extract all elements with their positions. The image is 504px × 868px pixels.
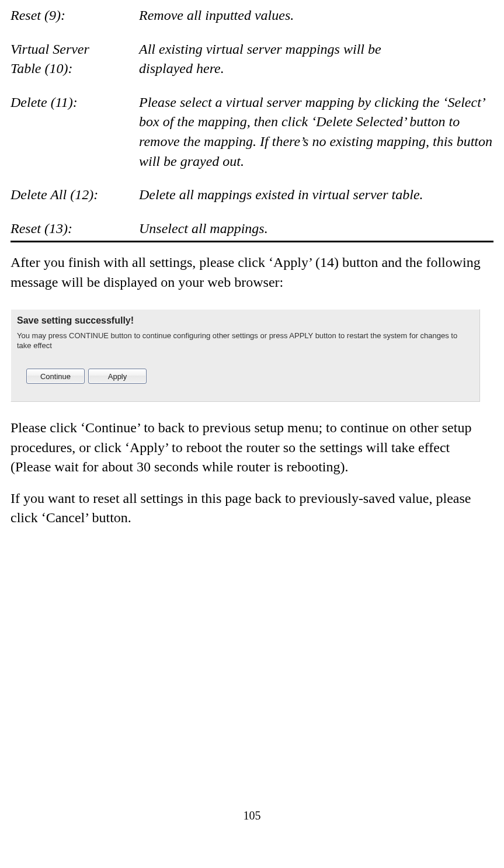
definition-row: Reset (9): Remove all inputted values. (11, 6, 493, 26)
apply-button[interactable]: Apply (88, 369, 147, 384)
desc-delete-11: Please select a virtual server mapping b… (139, 93, 493, 171)
definition-row: Delete (11): Please select a virtual ser… (11, 93, 493, 171)
definition-row: Reset (13): Unselect all mappings. (11, 219, 493, 239)
term-delete-all-12: Delete All (12): (11, 185, 139, 205)
desc-virtual-server-table: All existing virtual server mappings wil… (139, 40, 493, 79)
continue-apply-paragraph: Please click ‘Continue’ to back to previ… (11, 418, 493, 477)
dialog-title: Save setting successfully! (11, 310, 479, 328)
term-reset-9: Reset (9): (11, 6, 139, 26)
desc-reset-13: Unselect all mappings. (139, 219, 493, 239)
horizontal-rule (11, 241, 493, 242)
definition-row: Virtual Server Table (10): All existing … (11, 40, 493, 79)
dialog-description: You may press CONTINUE button to continu… (11, 328, 467, 355)
save-setting-dialog: Save setting successfully! You may press… (11, 309, 480, 402)
desc-delete-all-12: Delete all mappings existed in virtual s… (139, 185, 493, 205)
definitions-table: Reset (9): Remove all inputted values. V… (11, 6, 493, 238)
page-number: 105 (11, 807, 493, 824)
cancel-paragraph: If you want to reset all settings in thi… (11, 489, 493, 528)
term-reset-13: Reset (13): (11, 219, 139, 239)
term-virtual-server-table: Virtual Server Table (10): (11, 40, 139, 79)
continue-button[interactable]: Continue (26, 369, 85, 384)
after-settings-paragraph: After you finish with all settings, plea… (11, 253, 493, 292)
dialog-buttons-row: Continue Apply (11, 355, 479, 401)
desc-reset-9: Remove all inputted values. (139, 6, 493, 26)
term-delete-11: Delete (11): (11, 93, 139, 171)
definition-row: Delete All (12): Delete all mappings exi… (11, 185, 493, 205)
